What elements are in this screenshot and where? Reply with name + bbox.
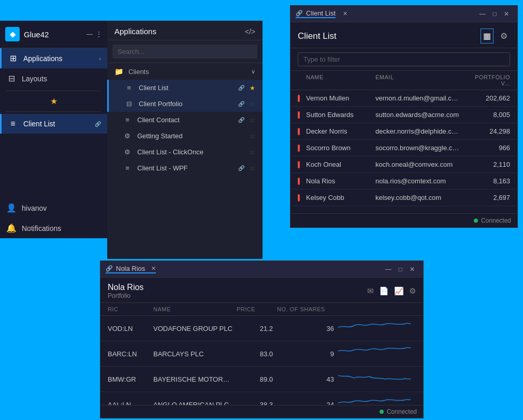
minimize-icon[interactable]: — [86, 31, 93, 38]
row-indicator [298, 178, 300, 185]
app-item-client-list-clickonce[interactable]: ⚙ Client List - ClickOnce ☆ [107, 144, 263, 160]
user-icon: 👤 [6, 203, 17, 213]
grid-view-icon[interactable]: ▦ [481, 28, 493, 44]
sidebar-item-user[interactable]: 👤 hivanov [0, 198, 107, 218]
portfolio-row[interactable]: VOD:LN VODAFONE GROUP PLC 21.2 36 [100, 316, 423, 341]
nola-minimize-btn[interactable]: — [382, 265, 395, 274]
clients-folder-icon: 📁 [114, 67, 123, 76]
table-row[interactable]: Decker Norris decker.norris@delphide.co.… [290, 123, 517, 140]
apps-panel-title: Applications [114, 27, 156, 36]
portfolio-ric: BARC:LN [108, 350, 149, 358]
portfolio-col-ric: RIC [108, 306, 149, 312]
app-label-client-contact: Client Contact [137, 116, 235, 124]
notifications-icon: 🔔 [6, 223, 17, 233]
window-maximize-btn[interactable]: □ [490, 9, 500, 19]
app-label-wpf: Client List - WPF [137, 164, 235, 172]
client-name: Decker Norris [306, 127, 371, 135]
app-star-client-list[interactable]: ★ [250, 84, 255, 92]
portfolio-price: 38.3 [237, 401, 273, 405]
app-link-icon-wpf: 🔗 [238, 165, 244, 171]
client-list-inner-header: Client List ▦ ⚙ [290, 22, 517, 48]
apps-search-input[interactable] [112, 45, 257, 59]
client-portfolio-value: 966 [464, 144, 510, 152]
sidebar-header-controls: — ⋮ [86, 31, 102, 38]
portfolio-row[interactable]: BARC:LN BARCLAYS PLC 83.0 9 [100, 341, 423, 367]
nola-close-btn[interactable]: ✕ [406, 265, 418, 274]
sparkline-chart [338, 370, 411, 386]
apps-group-clients[interactable]: 📁 Clients ∨ [107, 63, 263, 80]
app-icon-client-portfolio: ⊟ [124, 100, 134, 108]
app-star-wpf[interactable]: ☆ [250, 165, 255, 172]
notifications-label: Notifications [22, 224, 101, 233]
sidebar-item-notifications[interactable]: 🔔 Notifications [0, 218, 107, 238]
nola-tab-link-icon: 🔗 [106, 265, 113, 272]
window-close-btn[interactable]: ✕ [501, 9, 512, 19]
tab-close-x[interactable]: ✕ [343, 10, 347, 17]
table-row[interactable]: Nola Rios nola.rios@comtext.com 8,163 [290, 173, 517, 190]
portfolio-stock-name: VODAFONE GROUP PLC [153, 325, 233, 332]
client-list-tab[interactable]: 🔗 Client List [296, 9, 336, 18]
client-portfolio-value: 8,163 [464, 177, 510, 185]
portfolio-row[interactable]: AAL:LN ANGLO AMERICAN PLC 38.3 24 [100, 392, 423, 405]
connected-dot [474, 219, 478, 223]
portfolio-doc-icon[interactable]: 📄 [379, 286, 389, 296]
app-star-getting-started[interactable]: ☆ [250, 133, 255, 140]
app-item-getting-started[interactable]: ⚙ Getting Started ☆ [107, 128, 263, 144]
filter-input[interactable] [298, 52, 510, 66]
client-list-table-header: NAME EMAIL PORTFOLIO V... [290, 71, 517, 90]
client-portfolio-value: 8,005 [464, 111, 510, 119]
portfolio-settings-icon[interactable]: ⚙ [409, 286, 416, 296]
applications-icon: ⊞ [8, 53, 18, 63]
apps-header-code-icon[interactable]: </> [245, 27, 255, 36]
app-icon-wpf: ≡ [123, 164, 132, 172]
client-list-window: 🔗 Client List ✕ — □ ✕ Client List ▦ ⚙ NA… [290, 5, 518, 228]
app-item-client-contact[interactable]: ≡ Client Contact 🔗 ☆ [107, 112, 263, 128]
portfolio-sparkline-container [338, 370, 416, 388]
client-list-table-body: Vernon Mullen vernon.d.mullen@gmail.co..… [290, 90, 517, 213]
app-icon-client-contact: ≡ [123, 116, 132, 124]
table-row[interactable]: Socorro Brown socorro.brown@kraggle.co..… [290, 140, 517, 156]
apps-header: Applications </> [107, 21, 263, 40]
nola-maximize-btn[interactable]: □ [396, 265, 405, 274]
window-minimize-btn[interactable]: — [476, 9, 489, 19]
portfolio-col-shares: NO. OF SHARES [277, 306, 334, 312]
nola-tab-close[interactable]: ✕ [151, 265, 156, 272]
app-star-client-portfolio[interactable]: ☆ [250, 100, 255, 108]
table-row[interactable]: Sutton Edwards sutton.edwards@acme.com 8… [290, 107, 517, 123]
settings-icon[interactable]: ⚙ [498, 28, 510, 44]
sidebar-item-layouts[interactable]: ⊟ Layouts [0, 68, 107, 89]
sidebar-item-applications[interactable]: ⊞ Applications ‹ [0, 48, 107, 68]
nola-connected-label: Connected [387, 408, 417, 415]
glue-logo: ◆ [5, 27, 20, 41]
client-name: Nola Rios [306, 177, 371, 185]
applications-panel: Applications </> 📁 Clients ∨ ≡ Client Li… [107, 21, 263, 259]
app-link-icon-client-list: 🔗 [238, 85, 244, 91]
table-row[interactable]: Vernon Mullen vernon.d.mullen@gmail.co..… [290, 90, 517, 107]
app-item-client-list[interactable]: ≡ Client List 🔗 ★ [107, 80, 263, 96]
sidebar-favorites[interactable]: ★ [0, 93, 107, 109]
portfolio-title-block: Nola Rios Portfolio [108, 283, 143, 299]
client-email: nola.rios@comtext.com [375, 177, 460, 185]
applications-chevron: ‹ [99, 55, 101, 62]
menu-icon[interactable]: ⋮ [96, 31, 102, 38]
portfolio-chart-icon[interactable]: 📈 [394, 286, 404, 296]
sidebar-title: Glue42 [24, 30, 82, 39]
client-email: koch.oneal@comvex.com [375, 161, 460, 168]
client-email: decker.norris@delphide.co... [375, 127, 460, 135]
clients-group-label: Clients [128, 68, 246, 76]
nola-tab-underline [106, 272, 156, 273]
portfolio-email-icon[interactable]: ✉ [367, 286, 374, 296]
portfolio-row[interactable]: BMW:GR BAYERISCHE MOTOREN WERKE AG 89.0 … [100, 367, 423, 392]
app-icon-client-list: ≡ [124, 84, 134, 92]
app-item-client-list-wpf[interactable]: ≡ Client List - WPF 🔗 ☆ [107, 160, 263, 176]
sparkline-chart [338, 345, 411, 360]
app-icon-clickonce: ⚙ [123, 148, 132, 156]
portfolio-price: 83.0 [237, 350, 273, 358]
app-star-clickonce[interactable]: ☆ [250, 149, 255, 156]
sidebar-item-client-list[interactable]: ≡ Client List 🔗 [0, 114, 107, 134]
table-row[interactable]: Koch Oneal koch.oneal@comvex.com 2,110 [290, 156, 517, 173]
nola-rios-tab[interactable]: 🔗 Nola Rios ✕ [106, 265, 156, 273]
app-star-client-contact[interactable]: ☆ [250, 117, 255, 124]
app-item-client-portfolio[interactable]: ⊟ Client Portfolio 🔗 ☆ [107, 96, 263, 112]
table-row[interactable]: Kelsey Cobb kelsey.cobb@qot.com 2,697 [290, 190, 517, 206]
